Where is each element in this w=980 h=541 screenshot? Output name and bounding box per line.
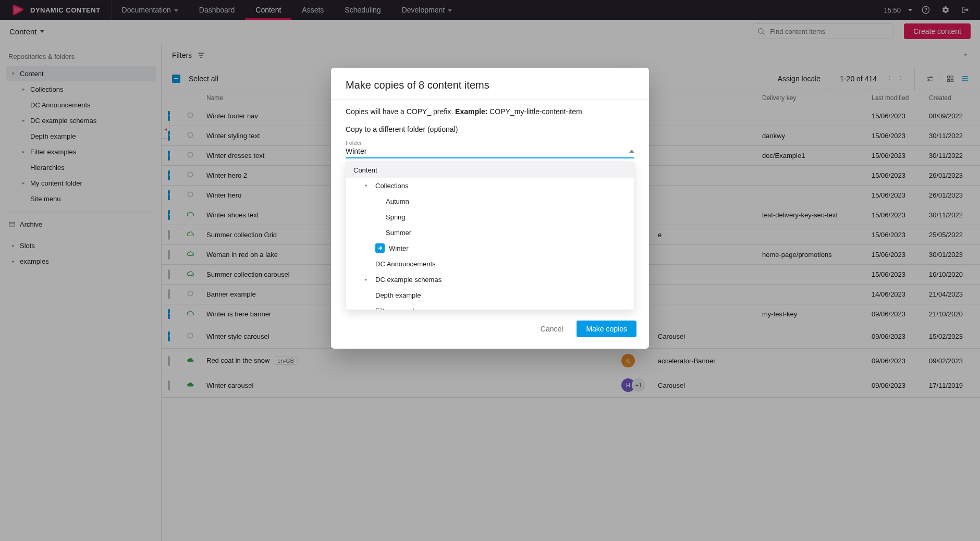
chevron-right-icon: ▸ (365, 308, 371, 310)
folder-option-label: DC example schemas (375, 276, 442, 284)
folder-option-label: Summer (386, 229, 411, 237)
active-folder-icon (375, 243, 385, 253)
folder-option-label: Depth example (375, 291, 421, 299)
chevron-right-icon: ▸ (365, 277, 371, 282)
folder-option-label: Filter examples (375, 307, 421, 311)
folder-option[interactable]: Autumn (346, 193, 634, 209)
folder-option-label: Spring (386, 213, 406, 221)
modal-title: Make copies of 8 content items (331, 68, 649, 100)
modal-subheading: Copy to a different folder (optional) (346, 125, 634, 133)
chevron-up-icon (629, 150, 634, 153)
folder-option-label: Content (353, 166, 377, 174)
folder-dropdown-panel: Content▾CollectionsAutumnSpringSummerWin… (346, 162, 634, 310)
folder-option[interactable]: Winter (346, 240, 634, 256)
folder-option[interactable]: ▸Filter examples (346, 303, 634, 310)
chevron-down-icon: ▾ (365, 183, 371, 188)
copy-items-modal: Make copies of 8 content items Copies wi… (331, 68, 649, 349)
folder-option[interactable]: ▾Collections (346, 178, 634, 193)
folder-option[interactable]: Spring (346, 209, 634, 225)
folder-option[interactable]: Depth example (346, 287, 634, 303)
folder-option[interactable]: ▸DC example schemas (346, 272, 634, 287)
folder-selector[interactable]: Winter (346, 146, 634, 158)
folder-option-label: DC Announcements (375, 260, 436, 268)
folder-option[interactable]: Content (346, 162, 634, 178)
folder-selected-value: Winter (346, 147, 366, 155)
modal-copies-desc: Copies will have a COPY_ prefix. Example… (346, 107, 634, 116)
folder-option[interactable]: Summer (346, 225, 634, 240)
folder-option-label: Collections (375, 182, 409, 190)
folder-field-label: Folder (346, 140, 634, 146)
cancel-button[interactable]: Cancel (531, 321, 573, 337)
folder-option[interactable]: DC Announcements (346, 256, 634, 272)
folder-option-label: Winter (389, 244, 409, 252)
make-copies-button[interactable]: Make copies (577, 321, 636, 337)
modal-scrim[interactable]: Make copies of 8 content items Copies wi… (0, 0, 980, 541)
folder-option-label: Autumn (386, 198, 409, 205)
